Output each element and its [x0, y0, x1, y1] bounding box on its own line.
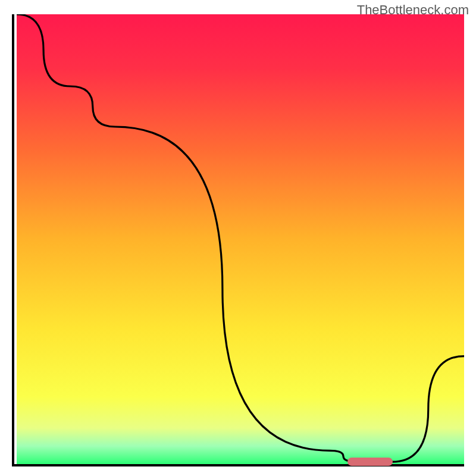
chart-container: TheBottleneck.com [0, 0, 476, 476]
optimal-range-marker [347, 458, 392, 466]
bottleneck-curve [17, 14, 464, 464]
plot-area [12, 14, 464, 466]
watermark-text: TheBottleneck.com [357, 2, 469, 18]
